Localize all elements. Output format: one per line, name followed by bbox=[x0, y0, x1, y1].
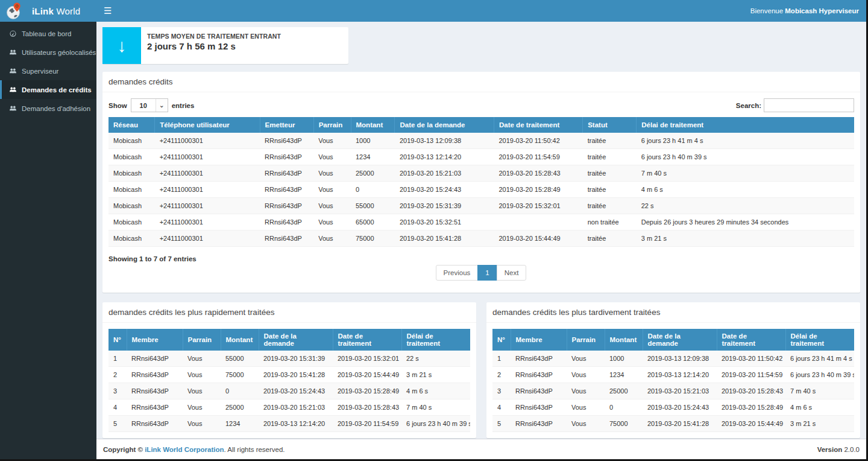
column-header[interactable]: Date de traitement bbox=[494, 117, 582, 133]
column-header[interactable]: Délai de traitement bbox=[401, 329, 470, 351]
table-cell: 2019-03-20 11:50:42 bbox=[494, 133, 582, 149]
table-cell: 2019-03-20 15:41:28 bbox=[643, 416, 717, 432]
table-cell: 1 bbox=[108, 351, 127, 367]
users-icon bbox=[9, 48, 17, 56]
column-header[interactable]: Membre bbox=[127, 329, 183, 351]
column-header[interactable]: Date de traitement bbox=[717, 329, 785, 351]
table-cell: traitée bbox=[583, 149, 637, 165]
page-length-select[interactable]: 10 ⌄ bbox=[131, 98, 168, 112]
table-cell: 75000 bbox=[221, 367, 259, 383]
table-cell: 6 jours 23 h 41 m 4 s bbox=[637, 133, 854, 149]
sidebar-item-label: Demandes de crédits bbox=[22, 86, 92, 94]
brand-logo[interactable]: iLink World bbox=[0, 0, 96, 22]
table-cell: 25000 bbox=[605, 383, 643, 399]
column-header[interactable]: Montant bbox=[221, 329, 259, 351]
column-header[interactable]: Téléphone utilisateur bbox=[155, 117, 260, 133]
table-cell: traitée bbox=[583, 182, 637, 198]
column-header[interactable]: Délai de traitement bbox=[785, 329, 854, 351]
column-header[interactable]: Parrain bbox=[567, 329, 605, 351]
next-page-button[interactable]: Next bbox=[497, 265, 527, 281]
table-cell: 2 bbox=[108, 367, 127, 383]
column-header[interactable]: N° bbox=[108, 329, 127, 351]
table-cell: Vous bbox=[313, 133, 351, 149]
table-cell: 2019-03-20 15:44:49 bbox=[717, 416, 785, 432]
table-cell: 3 m 21 s bbox=[785, 416, 854, 432]
table-cell: Mobicash bbox=[108, 133, 155, 149]
sidebar-item-demandes-de-cr-dits[interactable]: Demandes de crédits bbox=[0, 80, 96, 99]
table-row: 4RRnsi643dPVous02019-03-20 15:24:432019-… bbox=[492, 399, 854, 416]
table-cell: 25000 bbox=[221, 399, 259, 416]
page-length-control: Show 10 ⌄ entries bbox=[108, 98, 194, 112]
users-icon bbox=[9, 86, 17, 94]
table-row: Mobicash+24111000301RRnsi643dPVous123420… bbox=[108, 149, 854, 165]
column-header[interactable]: N° bbox=[492, 329, 511, 351]
column-header[interactable]: Date de la demande bbox=[395, 117, 494, 133]
table-cell: 55000 bbox=[351, 198, 395, 214]
table-cell: RRnsi643dP bbox=[260, 214, 313, 230]
company-link[interactable]: iLink World Corporation bbox=[145, 446, 224, 453]
table-cell: RRnsi643dP bbox=[260, 133, 313, 149]
column-header[interactable]: Date de la demande bbox=[643, 329, 717, 351]
table-cell: Vous bbox=[567, 367, 605, 383]
page-1-button[interactable]: 1 bbox=[477, 265, 497, 281]
previous-page-button[interactable]: Previous bbox=[436, 265, 479, 281]
fastest-table: N°MembreParrainMontantDate de la demande… bbox=[108, 329, 470, 432]
sidebar-item-demandes-d-adh-sion[interactable]: Demandes d'adhésion bbox=[0, 99, 96, 118]
table-row: Mobicash+24111000301RRnsi643dPVous550002… bbox=[108, 198, 854, 214]
column-header[interactable]: Emetteur bbox=[260, 117, 313, 133]
table-cell: 4 m 6 s bbox=[401, 383, 470, 399]
table-cell: 0 bbox=[605, 399, 643, 416]
brand-name: iLink World bbox=[32, 6, 80, 16]
table-cell: 2019-03-13 12:14:20 bbox=[259, 416, 333, 432]
table-cell: traitée bbox=[583, 230, 637, 247]
show-label: Show bbox=[108, 102, 127, 109]
table-cell: 2019-03-13 12:14:20 bbox=[395, 149, 494, 165]
column-header[interactable]: Date de la demande bbox=[259, 329, 333, 351]
table-cell: 2019-03-20 15:32:51 bbox=[395, 214, 494, 230]
credits-table: RéseauTéléphone utilisateurEmetteurParra… bbox=[108, 117, 854, 247]
table-cell: 2019-03-20 15:24:43 bbox=[259, 383, 333, 399]
credits-panel: demandes crédits Show 10 ⌄ entries Se bbox=[102, 72, 860, 293]
column-header[interactable]: Membre bbox=[511, 329, 567, 351]
column-header[interactable]: Délai de traitement bbox=[637, 117, 854, 133]
column-header[interactable]: Parrain bbox=[183, 329, 221, 351]
table-info: Showing 1 to 7 of 7 entries bbox=[108, 255, 854, 262]
table-cell: 2019-03-20 11:50:42 bbox=[717, 351, 785, 367]
table-cell: 2019-03-13 12:14:20 bbox=[643, 367, 717, 383]
pagination: Previous 1 Next bbox=[108, 265, 854, 281]
table-cell: RRnsi643dP bbox=[511, 399, 567, 416]
table-cell: 3 bbox=[492, 383, 511, 399]
table-cell: Vous bbox=[567, 351, 605, 367]
table-cell: 2019-03-20 15:24:43 bbox=[643, 399, 717, 416]
app-window: iLink World Tableau de bordUtilisateurs … bbox=[0, 0, 866, 459]
sidebar-item-utilisateurs-g-olocalis-s[interactable]: Utilisateurs géolocalisés bbox=[0, 43, 96, 62]
table-row: 5RRnsi643dPVous12342019-03-13 12:14:2020… bbox=[108, 416, 470, 432]
column-header[interactable]: Montant bbox=[351, 117, 395, 133]
content-area: ↓ TEMPS MOYEN DE TRAITEMENT ENTRANT 2 jo… bbox=[96, 22, 866, 439]
column-header[interactable]: Réseau bbox=[108, 117, 155, 133]
table-cell: 7 m 40 s bbox=[401, 399, 470, 416]
table-cell: 4 m 6 s bbox=[637, 182, 854, 198]
globe-pin-icon bbox=[5, 2, 24, 21]
sidebar-item-superviseur[interactable]: Superviseur bbox=[0, 62, 96, 80]
sidebar-toggle-icon[interactable]: ☰ bbox=[104, 5, 122, 16]
column-header[interactable]: Date de traitement bbox=[333, 329, 401, 351]
column-header[interactable]: Statut bbox=[583, 117, 637, 133]
table-cell: 2019-03-20 15:41:28 bbox=[259, 367, 333, 383]
table-cell: 2019-03-20 15:32:01 bbox=[333, 351, 401, 367]
table-row: 4RRnsi643dPVous250002019-03-20 15:21:032… bbox=[108, 399, 470, 416]
search-input[interactable] bbox=[764, 98, 854, 112]
table-cell: 2 bbox=[492, 367, 511, 383]
table-cell: Vous bbox=[567, 416, 605, 432]
column-header[interactable]: Montant bbox=[605, 329, 643, 351]
dashboard-icon bbox=[9, 30, 17, 37]
sidebar-item-tableau-de-bord[interactable]: Tableau de bord bbox=[0, 24, 96, 43]
users-icon bbox=[9, 104, 17, 112]
table-cell: 2019-03-20 15:28:43 bbox=[494, 165, 582, 182]
table-cell: RRnsi643dP bbox=[260, 230, 313, 247]
slowest-table: N°MembreParrainMontantDate de la demande… bbox=[492, 329, 854, 432]
table-cell: 2019-03-13 12:09:38 bbox=[643, 351, 717, 367]
table-cell: 4 m 6 s bbox=[785, 399, 854, 416]
table-row: Mobicash+24111000301RRnsi643dPVous100020… bbox=[108, 133, 854, 149]
column-header[interactable]: Parrain bbox=[313, 117, 351, 133]
